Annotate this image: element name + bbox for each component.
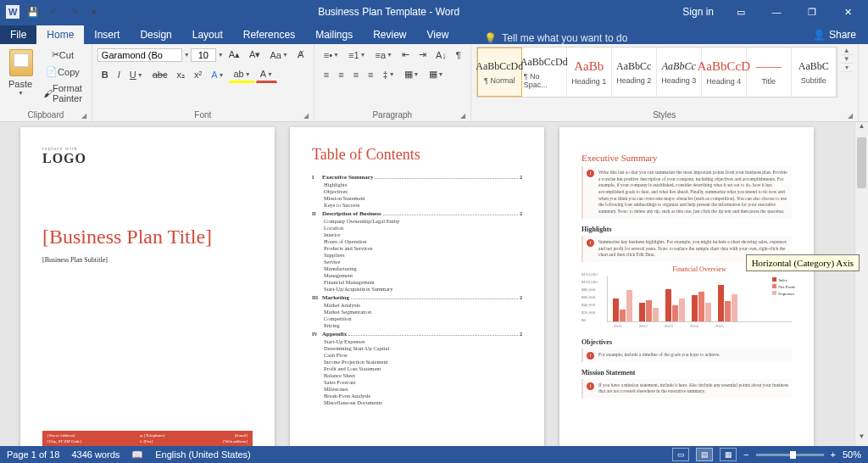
underline-icon[interactable]: U▼ xyxy=(125,67,147,82)
borders-icon[interactable]: ▦▼ xyxy=(425,66,448,82)
style-subtitle[interactable]: AaBbCSubtitle xyxy=(792,47,837,97)
undo-icon[interactable]: ↶ xyxy=(44,3,63,21)
highlight-icon[interactable]: ab▼ xyxy=(229,66,254,83)
status-words[interactable]: 4346 words xyxy=(71,449,120,460)
shrink-font-icon[interactable]: A▾ xyxy=(245,47,264,63)
document-area[interactable]: replace with LOGO [Business Plan Title] … xyxy=(0,122,868,446)
save-icon[interactable]: 💾 xyxy=(24,3,42,21)
zoom-slider[interactable] xyxy=(756,454,824,456)
font-size-combo[interactable]: 10 xyxy=(191,48,216,62)
style--normal[interactable]: AaBbCcDd¶ Normal xyxy=(477,47,522,97)
style-heading-2[interactable]: AaBbCcHeading 2 xyxy=(612,47,657,97)
maximize-icon[interactable]: ❐ xyxy=(795,0,829,24)
strike-icon[interactable]: abc xyxy=(148,67,172,82)
signin-link[interactable]: Sign in xyxy=(674,0,722,24)
status-page[interactable]: Page 1 of 18 xyxy=(7,449,59,460)
scroll-thumb[interactable] xyxy=(857,137,866,188)
align-left-icon[interactable]: ≡ xyxy=(320,67,333,82)
toc-item: Mission Statement xyxy=(312,195,522,201)
style-heading-4[interactable]: AaBbCcDHeading 4 xyxy=(702,47,747,97)
status-spellcheck-icon[interactable]: 📖 xyxy=(131,449,143,460)
qat-customize-icon[interactable]: ▾ xyxy=(85,3,103,21)
superscript-icon[interactable]: x² xyxy=(190,67,206,82)
tab-view[interactable]: View xyxy=(417,25,459,44)
clear-format-icon[interactable]: A̸ xyxy=(293,47,309,63)
select-button[interactable]: ⬚ Select ▼ xyxy=(864,85,868,101)
paragraph-launcher-icon[interactable]: ◢ xyxy=(460,112,465,120)
font-color-icon[interactable]: A▼ xyxy=(256,66,277,83)
align-right-icon[interactable]: ≡ xyxy=(349,67,363,82)
line-spacing-icon[interactable]: ‡▼ xyxy=(379,67,399,82)
italic-icon[interactable]: I xyxy=(114,67,125,82)
tab-design[interactable]: Design xyxy=(130,25,181,44)
read-mode-icon[interactable]: ▭ xyxy=(672,448,689,461)
web-layout-icon[interactable]: ▦ xyxy=(720,448,737,461)
text-effects-icon[interactable]: A▼ xyxy=(207,67,228,82)
objectives-heading: Objectives xyxy=(581,338,792,346)
grow-font-icon[interactable]: A▴ xyxy=(225,47,244,63)
toc-item: Keys to Success xyxy=(312,202,522,208)
style-title[interactable]: ——Title xyxy=(747,47,792,97)
style--no-spac-[interactable]: AaBbCcDd¶ No Spac... xyxy=(522,47,567,97)
gallery-up-icon[interactable]: ▲ xyxy=(841,47,853,55)
tab-home[interactable]: Home xyxy=(36,25,84,44)
zoom-in-icon[interactable]: + xyxy=(831,449,836,460)
toc-item: Company Ownership/Legal Entity xyxy=(312,218,522,224)
gallery-down-icon[interactable]: ▼ xyxy=(841,55,853,64)
font-group-label: Font xyxy=(194,110,211,120)
format-painter-button[interactable]: 🖌 Format Painter xyxy=(39,81,86,106)
gallery-more-icon[interactable]: ▾ xyxy=(841,64,853,72)
financial-overview-chart[interactable]: Financial Overview $0$20,000$40,000$60,0… xyxy=(581,265,792,332)
tab-layout[interactable]: Layout xyxy=(182,25,233,44)
toc-title: Table of Contents xyxy=(312,146,522,164)
sort-icon[interactable]: A↓ xyxy=(431,47,451,63)
word-icon: W xyxy=(3,3,22,21)
tab-references[interactable]: References xyxy=(233,25,305,44)
scroll-up-icon[interactable]: ▲ xyxy=(855,122,868,136)
styles-gallery[interactable]: AaBbCcDd¶ NormalAaBbCcDd¶ No Spac...AaBb… xyxy=(476,47,837,98)
toc-item: Financial Management xyxy=(312,279,522,285)
justify-icon[interactable]: ≡ xyxy=(364,67,377,82)
tab-mailings[interactable]: Mailings xyxy=(305,25,363,44)
cut-button[interactable]: ✂ Cut xyxy=(39,47,86,63)
replace-button[interactable]: ab→ Replace xyxy=(864,66,868,81)
zoom-out-icon[interactable]: − xyxy=(743,449,748,460)
minimize-icon[interactable]: — xyxy=(760,0,793,24)
share-button[interactable]: 👤 Share xyxy=(801,25,868,44)
shading-icon[interactable]: ▦▼ xyxy=(400,66,424,82)
font-launcher-icon[interactable]: ◢ xyxy=(303,112,309,120)
align-center-icon[interactable]: ≡ xyxy=(334,67,348,82)
tell-me-search[interactable]: 💡 Tell me what you want to do xyxy=(484,32,627,44)
bold-icon[interactable]: B xyxy=(97,67,113,82)
clipboard-launcher-icon[interactable]: ◢ xyxy=(81,112,86,120)
tab-file[interactable]: File xyxy=(0,25,36,44)
vertical-scrollbar[interactable]: ▲ ▼ xyxy=(854,122,868,446)
indent-inc-icon[interactable]: ⇥ xyxy=(415,47,431,63)
copy-button[interactable]: 📄 Copy xyxy=(39,64,86,80)
bullets-icon[interactable]: ≡•▼ xyxy=(320,47,343,63)
paste-button[interactable]: Paste▼ xyxy=(5,47,36,98)
close-icon[interactable]: ✕ xyxy=(831,0,865,24)
status-language[interactable]: English (United States) xyxy=(155,449,251,460)
zoom-level[interactable]: 50% xyxy=(843,449,861,460)
font-name-combo[interactable]: Garamond (Bo xyxy=(97,48,182,62)
indent-dec-icon[interactable]: ⇤ xyxy=(398,47,414,63)
redo-icon[interactable]: ↷ xyxy=(64,3,83,21)
scroll-down-icon[interactable]: ▼ xyxy=(855,432,868,446)
show-marks-icon[interactable]: ¶ xyxy=(452,47,465,63)
change-case-icon[interactable]: Aa▼ xyxy=(265,47,292,63)
subscript-icon[interactable]: x₂ xyxy=(173,67,190,83)
styles-launcher-icon[interactable]: ◢ xyxy=(848,112,853,120)
tab-insert[interactable]: Insert xyxy=(84,25,130,44)
numbering-icon[interactable]: ≡1▼ xyxy=(344,47,370,63)
window-title: Business Plan Template - Word xyxy=(103,6,674,18)
style-heading-3[interactable]: AaBbCcHeading 3 xyxy=(657,47,702,97)
clipboard-group-label: Clipboard xyxy=(28,110,64,120)
multilevel-icon[interactable]: ≡a▼ xyxy=(371,47,397,63)
print-layout-icon[interactable]: ▤ xyxy=(696,448,713,461)
find-button[interactable]: 🔍 Find ▼ xyxy=(864,47,868,63)
ribbon-options-icon[interactable]: ▭ xyxy=(724,0,758,24)
toc-item: Milestones xyxy=(312,386,522,392)
tab-review[interactable]: Review xyxy=(363,25,416,44)
style-heading-1[interactable]: AaBbHeading 1 xyxy=(567,47,612,97)
